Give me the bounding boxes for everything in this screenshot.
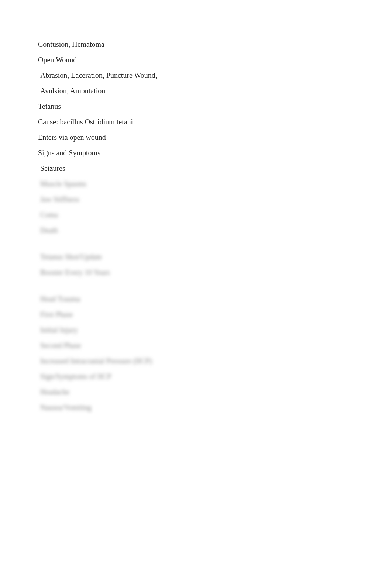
section-gap: [38, 241, 355, 252]
text-line: Coma: [38, 210, 355, 220]
text-line: Abrasion, Laceration, Puncture Wound,: [38, 70, 355, 80]
text-line: Tetanus: [38, 101, 355, 111]
text-line: Enters via open wound: [38, 132, 355, 142]
text-line: Signs and Symptoms: [38, 148, 355, 158]
text-line: Increased Intracranial Pressure (IICP): [38, 356, 355, 366]
section-gap: [38, 283, 355, 294]
text-line: Death: [38, 225, 355, 235]
text-line: Seizures: [38, 163, 355, 173]
text-line: Booster Every 10 Years: [38, 267, 355, 277]
text-line: Muscle Spasms: [38, 179, 355, 189]
text-line: Nausea/Vomiting: [38, 402, 355, 413]
text-line: Second Phase: [38, 340, 355, 351]
text-line: Contusion, Hematoma: [38, 39, 355, 49]
text-line: Initial Injury: [38, 325, 355, 335]
text-line: Sign/Symptoms of IICP: [38, 371, 355, 382]
text-line: Jaw Stiffness: [38, 194, 355, 204]
text-line: Tetanus Shot/Update: [38, 252, 355, 262]
text-line: Head Trauma: [38, 294, 355, 304]
document-content: Contusion, HematomaOpen WoundAbrasion, L…: [0, 0, 392, 413]
text-line: Open Wound: [38, 55, 355, 65]
text-line: Cause: bacillus Ostridium tetani: [38, 117, 355, 127]
text-line: Headache: [38, 387, 355, 397]
text-line: First Phase: [38, 309, 355, 320]
text-line: Avulsion, Amputation: [38, 86, 355, 96]
